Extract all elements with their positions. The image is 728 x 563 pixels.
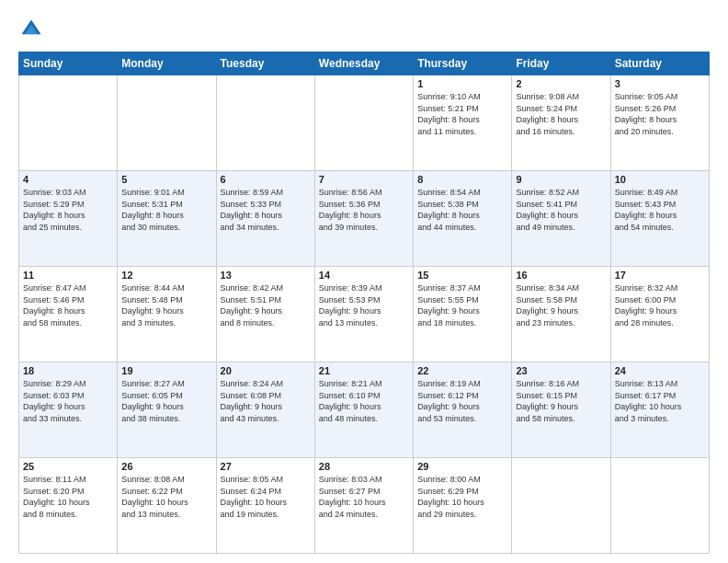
calendar-cell: 12Sunrise: 8:44 AM Sunset: 5:48 PM Dayli… bbox=[118, 267, 216, 362]
calendar-cell bbox=[19, 75, 118, 171]
day-info: Sunrise: 9:03 AM Sunset: 5:29 PM Dayligh… bbox=[23, 187, 113, 233]
weekday-header-sunday: Sunday bbox=[19, 52, 118, 75]
day-number: 17 bbox=[615, 270, 705, 281]
calendar-cell bbox=[610, 458, 709, 554]
day-info: Sunrise: 9:01 AM Sunset: 5:31 PM Dayligh… bbox=[121, 187, 211, 233]
weekday-header-monday: Monday bbox=[118, 52, 216, 75]
day-number: 11 bbox=[23, 270, 113, 281]
calendar-cell: 28Sunrise: 8:03 AM Sunset: 6:27 PM Dayli… bbox=[314, 458, 413, 554]
calendar-cell: 3Sunrise: 9:05 AM Sunset: 5:26 PM Daylig… bbox=[610, 75, 709, 171]
calendar-cell: 26Sunrise: 8:08 AM Sunset: 6:22 PM Dayli… bbox=[118, 458, 216, 554]
day-info: Sunrise: 8:16 AM Sunset: 6:15 PM Dayligh… bbox=[516, 378, 606, 424]
day-number: 12 bbox=[121, 270, 211, 281]
calendar-cell: 13Sunrise: 8:42 AM Sunset: 5:51 PM Dayli… bbox=[216, 267, 314, 362]
day-number: 28 bbox=[319, 461, 409, 472]
day-info: Sunrise: 8:00 AM Sunset: 6:29 PM Dayligh… bbox=[417, 474, 507, 520]
day-number: 27 bbox=[221, 461, 311, 472]
day-info: Sunrise: 8:59 AM Sunset: 5:33 PM Dayligh… bbox=[221, 187, 311, 233]
calendar-cell bbox=[118, 75, 216, 171]
day-number: 4 bbox=[23, 174, 113, 185]
calendar-week-3: 11Sunrise: 8:47 AM Sunset: 5:46 PM Dayli… bbox=[19, 267, 710, 362]
calendar-cell: 16Sunrise: 8:34 AM Sunset: 5:58 PM Dayli… bbox=[512, 267, 610, 362]
day-info: Sunrise: 8:19 AM Sunset: 6:12 PM Dayligh… bbox=[417, 378, 507, 424]
page: SundayMondayTuesdayWednesdayThursdayFrid… bbox=[0, 0, 728, 563]
day-number: 2 bbox=[516, 78, 606, 89]
day-number: 14 bbox=[319, 270, 409, 281]
day-info: Sunrise: 8:21 AM Sunset: 6:10 PM Dayligh… bbox=[319, 378, 409, 424]
day-info: Sunrise: 8:24 AM Sunset: 6:08 PM Dayligh… bbox=[221, 378, 311, 424]
day-number: 21 bbox=[319, 365, 409, 376]
calendar-cell: 7Sunrise: 8:56 AM Sunset: 5:36 PM Daylig… bbox=[314, 171, 413, 267]
day-info: Sunrise: 8:08 AM Sunset: 6:22 PM Dayligh… bbox=[121, 474, 211, 520]
day-number: 20 bbox=[221, 365, 311, 376]
calendar-cell bbox=[512, 458, 610, 554]
day-info: Sunrise: 8:13 AM Sunset: 6:17 PM Dayligh… bbox=[615, 378, 705, 424]
day-info: Sunrise: 8:44 AM Sunset: 5:48 PM Dayligh… bbox=[121, 282, 211, 328]
day-number: 18 bbox=[23, 365, 113, 376]
day-number: 13 bbox=[221, 270, 311, 281]
day-info: Sunrise: 8:42 AM Sunset: 5:51 PM Dayligh… bbox=[221, 282, 311, 328]
day-info: Sunrise: 8:39 AM Sunset: 5:53 PM Dayligh… bbox=[319, 282, 409, 328]
day-info: Sunrise: 8:05 AM Sunset: 6:24 PM Dayligh… bbox=[221, 474, 311, 520]
calendar-cell: 14Sunrise: 8:39 AM Sunset: 5:53 PM Dayli… bbox=[314, 267, 413, 362]
calendar-cell: 8Sunrise: 8:54 AM Sunset: 5:38 PM Daylig… bbox=[414, 171, 512, 267]
calendar-table: SundayMondayTuesdayWednesdayThursdayFrid… bbox=[18, 52, 710, 554]
day-info: Sunrise: 8:34 AM Sunset: 5:58 PM Dayligh… bbox=[516, 282, 606, 328]
logo-icon bbox=[18, 17, 44, 42]
day-info: Sunrise: 8:32 AM Sunset: 6:00 PM Dayligh… bbox=[615, 282, 705, 328]
header bbox=[18, 17, 710, 42]
calendar-week-1: 1Sunrise: 9:10 AM Sunset: 5:21 PM Daylig… bbox=[19, 75, 710, 171]
day-number: 9 bbox=[516, 174, 606, 185]
weekday-header-wednesday: Wednesday bbox=[314, 52, 413, 75]
day-number: 15 bbox=[417, 270, 507, 281]
day-info: Sunrise: 8:37 AM Sunset: 5:55 PM Dayligh… bbox=[417, 282, 507, 328]
calendar-cell: 17Sunrise: 8:32 AM Sunset: 6:00 PM Dayli… bbox=[610, 267, 709, 362]
day-number: 23 bbox=[516, 365, 606, 376]
calendar-cell: 4Sunrise: 9:03 AM Sunset: 5:29 PM Daylig… bbox=[19, 171, 118, 267]
day-number: 10 bbox=[615, 174, 705, 185]
day-number: 5 bbox=[121, 174, 211, 185]
calendar-cell: 25Sunrise: 8:11 AM Sunset: 6:20 PM Dayli… bbox=[19, 458, 118, 554]
calendar-cell: 1Sunrise: 9:10 AM Sunset: 5:21 PM Daylig… bbox=[414, 75, 512, 171]
day-number: 16 bbox=[516, 270, 606, 281]
calendar-week-4: 18Sunrise: 8:29 AM Sunset: 6:03 PM Dayli… bbox=[19, 362, 710, 458]
weekday-header-tuesday: Tuesday bbox=[216, 52, 314, 75]
day-number: 6 bbox=[221, 174, 311, 185]
day-number: 7 bbox=[319, 174, 409, 185]
day-info: Sunrise: 9:05 AM Sunset: 5:26 PM Dayligh… bbox=[615, 91, 705, 137]
day-number: 24 bbox=[615, 365, 705, 376]
day-info: Sunrise: 8:52 AM Sunset: 5:41 PM Dayligh… bbox=[516, 187, 606, 233]
weekday-header-friday: Friday bbox=[512, 52, 610, 75]
calendar-cell: 27Sunrise: 8:05 AM Sunset: 6:24 PM Dayli… bbox=[216, 458, 314, 554]
day-info: Sunrise: 8:03 AM Sunset: 6:27 PM Dayligh… bbox=[319, 474, 409, 520]
day-info: Sunrise: 8:47 AM Sunset: 5:46 PM Dayligh… bbox=[23, 282, 113, 328]
calendar-cell: 22Sunrise: 8:19 AM Sunset: 6:12 PM Dayli… bbox=[414, 362, 512, 458]
day-number: 19 bbox=[121, 365, 211, 376]
day-info: Sunrise: 9:10 AM Sunset: 5:21 PM Dayligh… bbox=[417, 91, 507, 137]
calendar-cell bbox=[216, 75, 314, 171]
calendar-week-2: 4Sunrise: 9:03 AM Sunset: 5:29 PM Daylig… bbox=[19, 171, 710, 267]
calendar-cell: 6Sunrise: 8:59 AM Sunset: 5:33 PM Daylig… bbox=[216, 171, 314, 267]
calendar-cell: 2Sunrise: 9:08 AM Sunset: 5:24 PM Daylig… bbox=[512, 75, 610, 171]
day-info: Sunrise: 8:49 AM Sunset: 5:43 PM Dayligh… bbox=[615, 187, 705, 233]
calendar-week-5: 25Sunrise: 8:11 AM Sunset: 6:20 PM Dayli… bbox=[19, 458, 710, 554]
day-number: 22 bbox=[417, 365, 507, 376]
calendar-cell bbox=[314, 75, 413, 171]
calendar-cell: 15Sunrise: 8:37 AM Sunset: 5:55 PM Dayli… bbox=[414, 267, 512, 362]
calendar-cell: 10Sunrise: 8:49 AM Sunset: 5:43 PM Dayli… bbox=[610, 171, 709, 267]
calendar-header-row: SundayMondayTuesdayWednesdayThursdayFrid… bbox=[19, 52, 710, 75]
day-info: Sunrise: 8:29 AM Sunset: 6:03 PM Dayligh… bbox=[23, 378, 113, 424]
logo bbox=[18, 17, 48, 42]
calendar-cell: 11Sunrise: 8:47 AM Sunset: 5:46 PM Dayli… bbox=[19, 267, 118, 362]
day-number: 3 bbox=[615, 78, 705, 89]
day-info: Sunrise: 8:11 AM Sunset: 6:20 PM Dayligh… bbox=[23, 474, 113, 520]
calendar-cell: 23Sunrise: 8:16 AM Sunset: 6:15 PM Dayli… bbox=[512, 362, 610, 458]
day-info: Sunrise: 8:56 AM Sunset: 5:36 PM Dayligh… bbox=[319, 187, 409, 233]
calendar-cell: 24Sunrise: 8:13 AM Sunset: 6:17 PM Dayli… bbox=[610, 362, 709, 458]
day-info: Sunrise: 9:08 AM Sunset: 5:24 PM Dayligh… bbox=[516, 91, 606, 137]
calendar-cell: 18Sunrise: 8:29 AM Sunset: 6:03 PM Dayli… bbox=[19, 362, 118, 458]
day-number: 25 bbox=[23, 461, 113, 472]
day-number: 8 bbox=[417, 174, 507, 185]
day-info: Sunrise: 8:54 AM Sunset: 5:38 PM Dayligh… bbox=[417, 187, 507, 233]
calendar-cell: 9Sunrise: 8:52 AM Sunset: 5:41 PM Daylig… bbox=[512, 171, 610, 267]
